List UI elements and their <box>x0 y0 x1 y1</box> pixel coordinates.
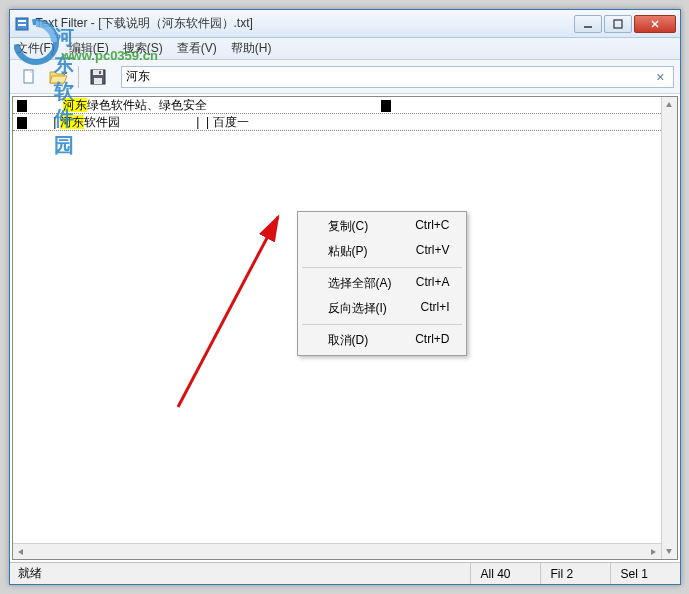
menu-view[interactable]: 查看(V) <box>177 40 217 57</box>
highlight-match: 河东 <box>60 115 84 129</box>
svg-rect-2 <box>18 24 26 26</box>
svg-rect-9 <box>93 70 103 75</box>
status-filtered-count: Fil 2 <box>540 563 610 584</box>
window-title: Text Filter - [下载说明（河东软件园）.txt] <box>36 15 572 32</box>
save-icon <box>90 69 106 85</box>
svg-rect-1 <box>18 20 26 22</box>
minimize-button[interactable] <box>574 15 602 33</box>
menu-edit[interactable]: 编辑(E) <box>69 40 109 57</box>
context-menu: 复制(C)Ctrl+C 粘贴(P)Ctrl+V 选择全部(A)Ctrl+A 反向… <box>297 211 467 356</box>
search-input[interactable] <box>126 70 653 84</box>
toolbar-open-button[interactable] <box>46 64 72 90</box>
app-icon <box>14 16 30 32</box>
context-menu-copy[interactable]: 复制(C)Ctrl+C <box>300 214 464 239</box>
context-menu-paste[interactable]: 粘贴(P)Ctrl+V <box>300 239 464 264</box>
block-marker-icon <box>381 100 391 112</box>
text-line[interactable]: 河东绿色软件站、绿色安全 <box>13 97 677 113</box>
annotation-arrow-icon <box>163 197 303 417</box>
status-all-count: All 40 <box>470 563 540 584</box>
scroll-track[interactable] <box>29 544 645 559</box>
content-area[interactable]: 河东绿色软件站、绿色安全 | 河东软件园 | | 百度一 复制(C)Ctrl+C… <box>12 96 678 560</box>
context-menu-cancel[interactable]: 取消(D)Ctrl+D <box>300 328 464 353</box>
new-file-icon <box>21 69 37 85</box>
statusbar: 就绪 All 40 Fil 2 Sel 1 <box>10 562 680 584</box>
search-clear-button[interactable]: × <box>652 69 668 85</box>
toolbar: × <box>10 60 680 94</box>
close-button[interactable] <box>634 15 676 33</box>
horizontal-scrollbar[interactable] <box>13 543 661 559</box>
status-message: 就绪 <box>10 565 470 582</box>
svg-line-12 <box>178 217 278 407</box>
block-marker-icon <box>17 100 27 112</box>
search-box: × <box>121 66 674 88</box>
toolbar-new-button[interactable] <box>16 64 42 90</box>
context-menu-separator <box>302 267 462 268</box>
toolbar-save-button[interactable] <box>85 64 111 90</box>
svg-rect-10 <box>94 78 102 84</box>
titlebar: Text Filter - [下载说明（河东软件园）.txt] <box>10 10 680 38</box>
menu-search[interactable]: 搜索(S) <box>123 40 163 57</box>
open-folder-icon <box>49 69 69 85</box>
status-selected-count: Sel 1 <box>610 563 680 584</box>
scroll-right-icon[interactable] <box>645 544 661 560</box>
text-line-selected[interactable]: | 河东软件园 | | 百度一 <box>13 113 677 131</box>
scroll-down-icon[interactable] <box>662 543 677 559</box>
menu-help[interactable]: 帮助(H) <box>231 40 272 57</box>
menu-file[interactable]: 文件(F) <box>16 40 55 57</box>
toolbar-divider <box>78 66 79 88</box>
vertical-scrollbar[interactable] <box>661 97 677 559</box>
window-buttons <box>572 15 676 33</box>
maximize-button[interactable] <box>604 15 632 33</box>
block-marker-icon <box>17 117 27 129</box>
context-menu-invert-select[interactable]: 反向选择(I)Ctrl+I <box>300 296 464 321</box>
svg-rect-11 <box>99 71 101 74</box>
context-menu-separator <box>302 324 462 325</box>
context-menu-select-all[interactable]: 选择全部(A)Ctrl+A <box>300 271 464 296</box>
highlight-match: 河东 <box>63 98 87 112</box>
svg-rect-4 <box>614 20 622 28</box>
scroll-up-icon[interactable] <box>662 97 677 113</box>
menubar: 文件(F) 编辑(E) 搜索(S) 查看(V) 帮助(H) <box>10 38 680 60</box>
application-window: Text Filter - [下载说明（河东软件园）.txt] 文件(F) 编辑… <box>9 9 681 585</box>
scroll-left-icon[interactable] <box>13 544 29 560</box>
